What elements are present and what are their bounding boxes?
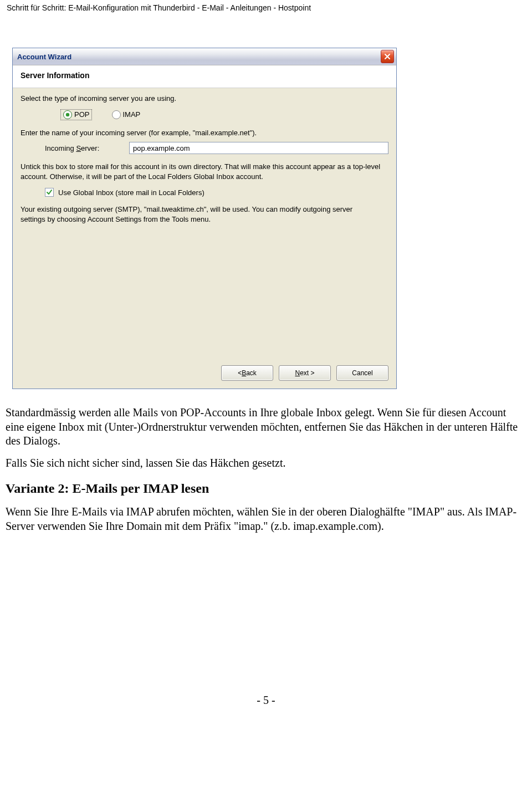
incoming-server-label: Incoming Server:: [45, 144, 127, 152]
section-header: Server Information: [13, 65, 396, 88]
account-wizard-dialog: Account Wizard Server Information Select…: [12, 48, 397, 389]
global-inbox-label: Use Global Inbox (store mail in Local Fo…: [58, 188, 204, 197]
heading-variante-2: Variante 2: E-Mails per IMAP lesen: [6, 480, 526, 497]
enter-name-label: Enter the name of your incoming server (…: [21, 128, 309, 138]
incoming-server-row: Incoming Server:: [21, 141, 388, 162]
select-type-label: Select the type of incoming server you a…: [21, 94, 388, 104]
button-bar: < Back Next > Cancel: [13, 360, 396, 389]
dialog-title: Account Wizard: [17, 53, 71, 61]
cancel-button[interactable]: Cancel: [336, 365, 388, 381]
untick-text: Untick this box to store mail for this a…: [21, 162, 386, 181]
titlebar: Account Wizard: [13, 48, 396, 65]
check-icon: [46, 189, 53, 196]
server-type-radio-group: POP IMAP: [21, 107, 388, 128]
radio-imap-label: IMAP: [122, 110, 140, 119]
global-inbox-checkbox[interactable]: [45, 188, 54, 197]
radio-pop[interactable]: [63, 110, 72, 119]
close-icon: [384, 53, 391, 60]
paragraph-1: Standardmässig werden alle Mails von POP…: [6, 406, 526, 448]
next-button[interactable]: Next >: [279, 365, 331, 381]
radio-pop-label: POP: [74, 110, 89, 119]
page-number: - 5 -: [4, 694, 528, 707]
section-title: Server Information: [21, 71, 388, 80]
smtp-text: Your existing outgoing server (SMTP), "m…: [21, 205, 375, 224]
back-button[interactable]: < Back: [221, 365, 273, 381]
paragraph-2: Falls Sie sich nicht sicher sind, lassen…: [6, 456, 526, 471]
dialog-content: Select the type of incoming server you a…: [13, 88, 396, 360]
radio-pop-wrap[interactable]: POP: [60, 109, 92, 120]
document-header: Schritt für Schritt: E-Mail-Konfiguratio…: [4, 0, 528, 14]
incoming-server-input[interactable]: [129, 142, 388, 154]
radio-imap[interactable]: [112, 110, 121, 119]
paragraph-3: Wenn Sie Ihre E-Mails via IMAP abrufen m…: [6, 505, 526, 533]
document-body: Standardmässig werden alle Mails von POP…: [6, 406, 526, 533]
radio-imap-wrap[interactable]: IMAP: [112, 110, 140, 119]
global-inbox-row[interactable]: Use Global Inbox (store mail in Local Fo…: [21, 185, 388, 205]
close-button[interactable]: [381, 50, 394, 63]
